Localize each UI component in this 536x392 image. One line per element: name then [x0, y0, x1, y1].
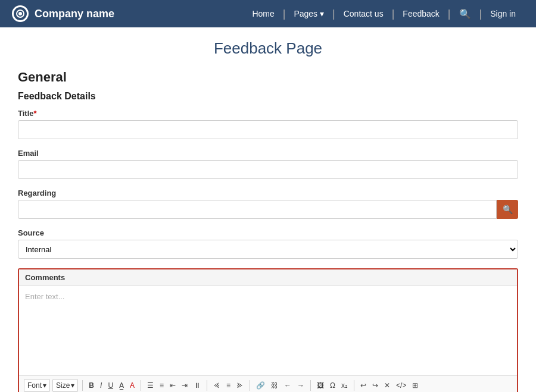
- email-input[interactable]: [18, 160, 518, 179]
- special-char-icon: Ω: [330, 381, 335, 390]
- source-icon: </>: [396, 381, 406, 390]
- columns-icon: ⏸: [194, 381, 201, 390]
- undo-icon: ↩: [360, 381, 366, 390]
- nav-links: Home | Pages ▾ | Contact us | Feedback |…: [244, 8, 524, 20]
- comments-toolbar: Font ▾ Size ▾ B I U A̲ A ☰ ≡ ⇤ ⇥ ⏸ ⫷ ≡ ⫸: [19, 375, 517, 392]
- comments-placeholder: Enter text...: [25, 292, 64, 301]
- comments-editor[interactable]: Enter text...: [19, 286, 517, 375]
- table-button[interactable]: ⊞: [410, 380, 420, 391]
- toolbar-sep-2: [141, 380, 141, 391]
- align-center-button[interactable]: ≡: [225, 380, 232, 391]
- align-left-icon: ⫷: [213, 381, 220, 390]
- unlink-icon: ⛓: [271, 381, 278, 390]
- regarding-wrap: 🔍: [18, 200, 518, 219]
- increase-indent-icon: ⇥: [182, 381, 188, 390]
- italic-button[interactable]: I: [98, 380, 104, 391]
- size-chevron-icon: ▾: [71, 381, 74, 390]
- page-title-section: Feedback Page: [0, 27, 536, 64]
- redo-icon: ↪: [372, 381, 378, 390]
- special-char-button[interactable]: Ω: [328, 380, 337, 391]
- unordered-list-button[interactable]: ☰: [145, 380, 155, 391]
- regarding-input[interactable]: [18, 200, 497, 219]
- search-icon: 🔍: [503, 205, 513, 214]
- highlight-button[interactable]: A̲: [117, 380, 126, 391]
- image-button[interactable]: 🖼: [315, 380, 326, 391]
- title-required: *: [34, 109, 37, 118]
- brand-icon: [12, 5, 29, 22]
- arrow-right-icon: →: [297, 381, 304, 390]
- columns-button[interactable]: ⏸: [192, 380, 202, 391]
- main-content: General Feedback Details Title* Email Re…: [6, 64, 530, 392]
- email-group: Email: [18, 149, 518, 179]
- brand: Company name: [12, 5, 244, 22]
- title-group: Title*: [18, 109, 518, 139]
- font-dropdown[interactable]: Font ▾: [24, 379, 50, 392]
- source-button[interactable]: </>: [394, 380, 408, 391]
- decrease-indent-button[interactable]: ⇤: [168, 380, 177, 391]
- comments-box: Comments Enter text... Font ▾ Size ▾ B I…: [18, 268, 518, 392]
- highlight-icon: A̲: [119, 381, 124, 390]
- unlink-button[interactable]: ⛓: [269, 380, 280, 391]
- navbar: Company name Home | Pages ▾ | Contact us…: [0, 0, 536, 27]
- undo-button[interactable]: ↩: [359, 380, 368, 391]
- regarding-label: Regarding: [18, 189, 518, 197]
- font-chevron-icon: ▾: [43, 381, 46, 390]
- size-dropdown[interactable]: Size ▾: [52, 379, 78, 392]
- subsection-heading: Feedback Details: [18, 91, 518, 102]
- source-select[interactable]: Internal: [18, 240, 518, 259]
- nav-pages-link[interactable]: Pages ▾: [285, 9, 332, 18]
- italic-icon: I: [100, 381, 102, 390]
- align-right-icon: ⫸: [236, 381, 244, 390]
- subscript-icon: x₂: [341, 381, 348, 390]
- link-button[interactable]: 🔗: [254, 380, 267, 391]
- toolbar-sep-5: [310, 380, 311, 391]
- table-icon: ⊞: [412, 381, 418, 390]
- email-label: Email: [18, 149, 518, 158]
- clear-format-icon: ✕: [384, 381, 390, 390]
- page-title: Feedback Page: [0, 39, 536, 58]
- nav-signin-link[interactable]: Sign in: [482, 9, 524, 18]
- align-right-button[interactable]: ⫸: [235, 380, 245, 391]
- bold-button[interactable]: B: [87, 380, 96, 391]
- title-input[interactable]: [18, 120, 518, 139]
- image-icon: 🖼: [317, 381, 324, 390]
- ordered-list-icon: ≡: [160, 381, 164, 390]
- brand-name: Company name: [35, 8, 114, 20]
- title-label: Title*: [18, 109, 518, 118]
- bold-icon: B: [89, 381, 94, 390]
- link-icon: 🔗: [256, 381, 265, 390]
- underline-icon: U: [108, 381, 113, 390]
- comments-label: Comments: [19, 269, 517, 286]
- nav-home-link[interactable]: Home: [244, 9, 282, 18]
- align-left-button[interactable]: ⫷: [211, 380, 222, 391]
- toolbar-sep-1: [82, 380, 83, 391]
- nav-contact-link[interactable]: Contact us: [335, 9, 392, 18]
- align-center-icon: ≡: [226, 381, 230, 390]
- increase-indent-button[interactable]: ⇥: [180, 380, 189, 391]
- regarding-group: Regarding 🔍: [18, 189, 518, 219]
- section-heading: General: [18, 70, 518, 85]
- subscript-button[interactable]: x₂: [339, 380, 350, 391]
- arrow-left-icon: ←: [284, 381, 291, 390]
- size-label: Size: [56, 381, 70, 390]
- decrease-indent-icon: ⇤: [170, 381, 176, 390]
- toolbar-sep-6: [354, 380, 354, 391]
- font-color-button[interactable]: A: [128, 380, 136, 391]
- unordered-list-icon: ☰: [147, 381, 154, 390]
- regarding-search-button[interactable]: 🔍: [497, 200, 518, 219]
- source-label: Source: [18, 228, 518, 237]
- toolbar-sep-4: [250, 380, 250, 391]
- clear-format-button[interactable]: ✕: [382, 380, 392, 391]
- ordered-list-button[interactable]: ≡: [158, 380, 166, 391]
- arrow-right-button[interactable]: →: [295, 380, 306, 391]
- underline-button[interactable]: U: [106, 380, 115, 391]
- toolbar-sep-3: [207, 380, 207, 391]
- redo-button[interactable]: ↪: [370, 380, 380, 391]
- nav-feedback-link[interactable]: Feedback: [394, 9, 447, 18]
- arrow-left-button[interactable]: ←: [282, 380, 293, 391]
- search-icon[interactable]: 🔍: [451, 8, 479, 20]
- svg-point-1: [18, 12, 22, 15]
- font-color-icon: A: [130, 381, 135, 390]
- source-group: Source Internal: [18, 228, 518, 259]
- font-label: Font: [27, 381, 42, 390]
